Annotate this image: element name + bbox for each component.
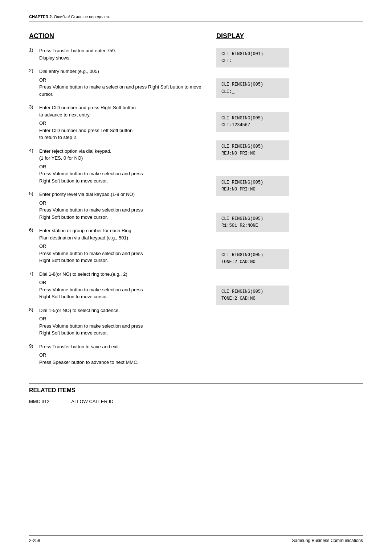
action-main-text: Dial entry number.(e.g., 005) [39, 69, 99, 74]
action-main-text: Enter station or group number for each R… [39, 228, 132, 241]
action-or: OR [39, 200, 143, 207]
action-text: Press Transfer button and enter 759. Dis… [39, 47, 116, 61]
display-block: CLI RINGING(001)CLI: [216, 48, 289, 67]
action-sub-text: Press Volume button to make selection an… [39, 323, 143, 337]
two-col-layout: Action 1)Press Transfer button and enter… [29, 32, 363, 372]
display-line2: TONE:2 CAD:NO [221, 259, 284, 266]
action-text: Dial 1-5(or NO) to select ring cadence.O… [39, 307, 143, 337]
display-block: CLI RINGING(005)TONE:2 CAD:NO [216, 249, 289, 268]
action-item: 6)Enter station or group number for each… [29, 227, 202, 264]
display-block: CLI RINGING(005)REJ:NO PRI:NO [216, 140, 289, 160]
display-line1: CLI RINGING(005) [221, 179, 284, 186]
related-label: ALLOW CALLER ID [71, 399, 113, 404]
action-sub-text: Press Volume button to make selection an… [39, 170, 143, 184]
action-text: Dial 1-8(or NO) to select ring tone.(e.g… [39, 271, 143, 300]
action-text: Press Transfer button to save and exit.O… [39, 343, 138, 366]
action-number: 3) [29, 104, 39, 110]
action-text: Enter station or group number for each R… [39, 227, 143, 264]
action-main-text: Press Transfer button and enter 759. Dis… [39, 48, 116, 61]
display-line1: CLI RINGING(005) [221, 115, 284, 122]
action-column: Action 1)Press Transfer button and enter… [29, 32, 213, 372]
action-text: Enter CID number and press Right Soft bu… [39, 104, 136, 141]
action-sub-text: Press Speaker button to advance to next … [39, 359, 138, 366]
action-number: 9) [29, 343, 39, 349]
action-number: 6) [29, 227, 39, 233]
action-main-text: Enter CID number and press Right Soft bu… [39, 105, 136, 118]
chapter-title: Ошибка! Стиль не определен. [53, 15, 110, 19]
action-text: Enter reject option via dial keypad. (1 … [39, 148, 143, 185]
display-line2: CLI:_ [221, 89, 284, 95]
action-sub-text: Press Volume button to make a selection … [39, 83, 202, 98]
action-item: 5)Enter priority level via dial keypad.(… [29, 191, 202, 221]
company-name: Samsung Business Communications [292, 538, 363, 543]
display-block: CLI RINGING(005)CLI:1234567 [216, 112, 289, 132]
page-footer: 2-258 Samsung Business Communications [29, 535, 363, 543]
display-heading: Display [216, 32, 363, 40]
action-text: Enter priority level via dial keypad.(1-… [39, 191, 143, 221]
display-slot: CLI RINGING(005)TONE:2 CAD:NO [216, 248, 363, 268]
related-items-heading: Related Items [29, 387, 363, 394]
display-block: CLI RINGING(005)TONE:2 CAD:NO [216, 286, 289, 305]
display-line1: CLI RINGING(005) [221, 143, 284, 150]
action-item: 4)Enter reject option via dial keypad. (… [29, 148, 202, 185]
display-line1: CLI RINGING(005) [221, 288, 284, 295]
action-number: 4) [29, 148, 39, 153]
display-column: Display CLI RINGING(001)CLI:CLI RINGING(… [213, 32, 363, 372]
related-row: MMC 312 ALLOW CALLER ID [29, 399, 363, 404]
display-block: CLI RINGING(005)R1:501 R2:NONE [216, 213, 289, 232]
action-or: OR [39, 352, 138, 359]
action-text: Dial entry number.(e.g., 005)ORPress Vol… [39, 68, 202, 98]
display-block: CLI RINGING(005)REJ:NO PRI:NO [216, 176, 289, 196]
display-line1: CLI RINGING(005) [221, 216, 284, 222]
action-number: 8) [29, 307, 39, 312]
action-sub-text: Press Volume button to make selection an… [39, 250, 143, 264]
display-slot: CLI RINGING(001)CLI: [216, 47, 363, 67]
display-line2: CLI:1234567 [221, 122, 284, 129]
action-or: OR [39, 77, 202, 84]
action-item: 1)Press Transfer button and enter 759. D… [29, 47, 202, 61]
action-or: OR [39, 243, 143, 250]
related-mmc: MMC 312 [29, 399, 49, 404]
page: CHAPTER 2. Ошибка! Стиль не определен. A… [0, 0, 392, 554]
display-line2: REJ:NO PRI:NO [221, 150, 284, 157]
action-sub-text: Press Volume button to make selection an… [39, 286, 143, 300]
display-slot: CLI RINGING(005)CLI:_ [216, 78, 363, 98]
displays-list: CLI RINGING(001)CLI:CLI RINGING(005)CLI:… [216, 47, 363, 305]
action-item: 8)Dial 1-5(or NO) to select ring cadence… [29, 307, 202, 337]
action-main-text: Enter reject option via dial keypad. (1 … [39, 148, 111, 161]
display-slot: CLI RINGING(005)TONE:2 CAD:NO [216, 285, 363, 305]
display-line1: CLI RINGING(001) [221, 51, 284, 58]
actions-list: 1)Press Transfer button and enter 759. D… [29, 47, 202, 366]
action-item: 3)Enter CID number and press Right Soft … [29, 104, 202, 141]
display-line1: CLI RINGING(005) [221, 81, 284, 88]
action-main-text: Dial 1-5(or NO) to select ring cadence. [39, 308, 120, 313]
action-main-text: Dial 1-8(or NO) to select ring tone.(e.g… [39, 271, 127, 277]
display-line2: REJ:NO PRI:NO [221, 186, 284, 193]
action-item: 9)Press Transfer button to save and exit… [29, 343, 202, 366]
action-or: OR [39, 315, 143, 323]
display-line2: R1:501 R2:NONE [221, 222, 284, 229]
display-line1: CLI RINGING(005) [221, 252, 284, 259]
action-item: 2)Dial entry number.(e.g., 005)ORPress V… [29, 68, 202, 98]
chapter-header: CHAPTER 2. Ошибка! Стиль не определен. [29, 15, 363, 21]
action-or: OR [39, 120, 136, 127]
display-line2: TONE:2 CAD:NO [221, 295, 284, 302]
display-slot: CLI RINGING(005)REJ:NO PRI:NO [216, 176, 363, 196]
display-line2: CLI: [221, 58, 284, 65]
action-main-text: Press Transfer button to save and exit. [39, 344, 120, 349]
display-slot: CLI RINGING(005)R1:501 R2:NONE [216, 212, 363, 232]
page-number: 2-258 [29, 538, 40, 543]
related-items-section: Related Items MMC 312 ALLOW CALLER ID [29, 383, 363, 404]
action-item: 7)Dial 1-8(or NO) to select ring tone.(e… [29, 271, 202, 300]
action-number: 1) [29, 47, 39, 53]
display-slot: CLI RINGING(005)CLI:1234567 [216, 111, 363, 132]
display-slot: CLI RINGING(005)REJ:NO PRI:NO [216, 140, 363, 160]
action-or: OR [39, 279, 143, 286]
action-or: OR [39, 163, 143, 171]
action-number: 7) [29, 271, 39, 276]
chapter-label: CHAPTER 2. [29, 15, 53, 19]
display-block: CLI RINGING(005)CLI:_ [216, 78, 289, 98]
action-number: 2) [29, 68, 39, 73]
action-sub-text: Press Volume button to make selection an… [39, 206, 143, 221]
action-heading: Action [29, 32, 202, 40]
